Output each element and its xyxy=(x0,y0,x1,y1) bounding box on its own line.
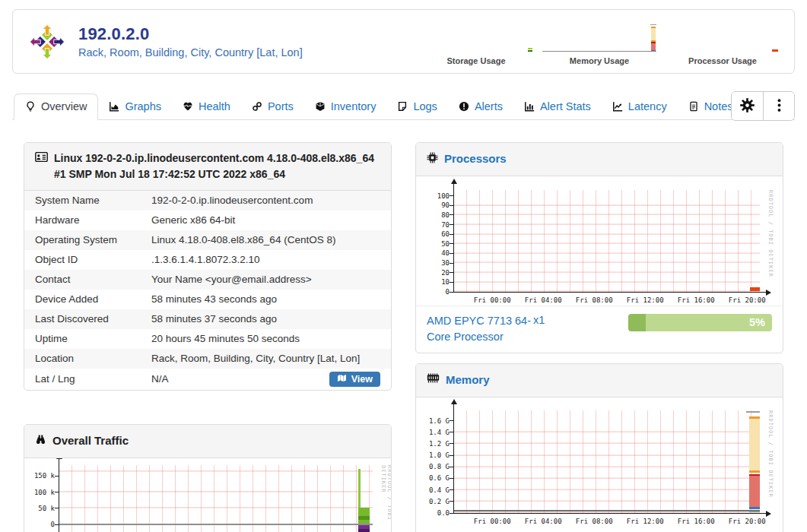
memory-panel: Memory 0.00.2 G0.4 G0.6 G0.8 G1.0 G1.2 G… xyxy=(415,363,783,532)
y-tick-mark xyxy=(450,253,453,254)
y-tick-label: 60 xyxy=(419,230,450,238)
y-tick-mark xyxy=(450,195,453,196)
table-row: HardwareGeneric x86 64-bit xyxy=(24,211,391,230)
tab-label: Latency xyxy=(628,100,667,112)
y-tick-label: 0.8 G xyxy=(419,463,450,470)
x-tick-label: Fri 04:00 xyxy=(517,518,569,525)
row-value: .1.3.6.1.4.1.8072.3.2.10 xyxy=(151,253,380,267)
y-tick-label: 90 xyxy=(419,201,450,209)
processor-count: x1 xyxy=(533,313,628,326)
tab-logs[interactable]: Logs xyxy=(386,94,447,119)
rrdtool-watermark: RRDTOOL / TOBI OETIKER xyxy=(767,410,774,513)
y-tick-label: 150 k xyxy=(24,472,55,480)
device-title: 192.0.2.0 xyxy=(78,24,303,44)
memory-graph[interactable]: 0.00.2 G0.4 G0.6 G0.8 G1.0 G1.2 G1.4 G1.… xyxy=(416,397,783,532)
row-value: 58 minutes 37 seconds ago xyxy=(151,312,380,326)
processors-panel-title[interactable]: Processors xyxy=(444,150,507,168)
y-tick-label: 100 k xyxy=(24,489,55,496)
device-actions-group xyxy=(731,91,795,121)
overall-traffic-graph[interactable]: 050 k100 k150 kRRDTOOL / TOBI OETIKER xyxy=(24,458,391,532)
y-tick-mark xyxy=(55,524,59,525)
y-tick-mark xyxy=(450,224,453,225)
y-tick-mark xyxy=(450,455,453,456)
id-card-icon xyxy=(35,152,48,162)
y-axis xyxy=(59,459,59,532)
y-tick-label: 1.6 G xyxy=(419,417,450,425)
map-icon xyxy=(337,374,347,385)
tab-overview[interactable]: Overview xyxy=(14,93,98,120)
processor-usage-label: Processor Usage xyxy=(666,56,780,65)
processor-row: AMD EPYC 7713 64-Core Processor x1 5% xyxy=(416,306,783,353)
y-axis-arrow xyxy=(56,458,62,459)
processors-panel-header: Processors xyxy=(416,143,783,176)
row-value: Linux 4.18.0-408.el8.x86_64 (CentOS 8) xyxy=(151,233,380,247)
device-menu-button[interactable] xyxy=(763,92,794,120)
tab-graphs[interactable]: Graphs xyxy=(98,94,172,119)
y-tick-mark xyxy=(450,263,453,264)
alertstats-icon xyxy=(524,101,535,112)
graph-series-bar xyxy=(651,42,656,43)
graph-series-bar xyxy=(772,49,778,52)
graph-series-bar xyxy=(651,27,656,41)
tab-alert-stats[interactable]: Alert Stats xyxy=(513,94,602,119)
table-row: Device Added58 minutes 43 seconds ago xyxy=(24,290,391,309)
table-row: System Name192-0-2-0.ip.linodeuserconten… xyxy=(24,191,391,211)
graph-series-bar xyxy=(749,475,760,507)
tab-bar-tabs: OverviewGraphsHealthPortsInventoryLogsAl… xyxy=(14,93,744,119)
device-location-link[interactable]: Rack, Room, Building, City, Country [Lat… xyxy=(78,46,303,59)
y-axis xyxy=(453,184,454,293)
row-label: Device Added xyxy=(35,293,151,306)
plot-area xyxy=(59,465,373,532)
traffic-panel-title: Overall Traffic xyxy=(52,432,129,450)
y-tick-label: 0.6 G xyxy=(419,474,450,482)
processors-graph[interactable]: 0102030405060708090100Fri 00:00Fri 04:00… xyxy=(416,176,783,306)
cpu-usage-value: 5% xyxy=(749,314,765,331)
row-label: Object ID xyxy=(35,253,151,267)
y-tick-mark xyxy=(55,492,59,492)
table-row: Operating SystemLinux 4.18.0-408.el8.x86… xyxy=(24,230,391,250)
tab-health[interactable]: Health xyxy=(172,94,241,119)
gear-icon xyxy=(740,98,755,115)
x-tick-label: Fri 00:00 xyxy=(466,518,518,525)
x-axis xyxy=(451,292,766,293)
y-tick-label: 0.2 G xyxy=(419,498,450,505)
tab-ports[interactable]: Ports xyxy=(241,94,304,119)
tab-label: Ports xyxy=(268,100,294,112)
graph-series-bar xyxy=(358,529,370,532)
tab-label: Graphs xyxy=(125,100,161,112)
microchip-icon xyxy=(427,152,438,163)
tab-bar: OverviewGraphsHealthPortsInventoryLogsAl… xyxy=(12,90,795,120)
device-settings-button[interactable] xyxy=(732,92,763,120)
x-tick-label: Fri 16:00 xyxy=(670,296,722,304)
y-tick-label: 100 xyxy=(419,192,450,200)
view-location-button[interactable]: View xyxy=(329,372,380,387)
y-tick-label: 50 xyxy=(419,240,450,248)
y-tick-label: 0.4 G xyxy=(419,486,450,494)
table-row: Last Discovered58 minutes 37 seconds ago xyxy=(24,309,391,329)
tab-alerts[interactable]: Alerts xyxy=(448,94,513,119)
memory-chip-icon xyxy=(427,373,440,383)
y-tick-mark xyxy=(450,214,453,215)
y-tick-mark xyxy=(450,234,453,235)
y-tick-label: 1.4 G xyxy=(419,429,450,436)
tab-inventory[interactable]: Inventory xyxy=(304,94,387,119)
memory-panel-header: Memory xyxy=(416,364,783,397)
tab-label: Inventory xyxy=(331,100,376,112)
storage-usage-sparkline[interactable] xyxy=(419,16,533,55)
table-row: Lat / LngN/AView xyxy=(24,369,391,390)
y-axis xyxy=(453,404,454,514)
table-row: ContactYour Name <your@email.address> xyxy=(24,270,391,290)
header-minigraphs: Storage Usage Memory Usage Processor Usa… xyxy=(419,16,780,65)
processors-panel: Processors 0102030405060708090100Fri 00:… xyxy=(415,142,783,353)
kebab-menu-icon xyxy=(777,99,781,114)
system-overview-panel: Linux 192-0-2-0.ip.linodeusercontent.com… xyxy=(24,142,392,391)
memory-usage-sparkline[interactable] xyxy=(542,16,656,55)
system-kernel-string: Linux 192-0-2-0.ip.linodeusercontent.com… xyxy=(54,150,380,182)
storage-usage-label: Storage Usage xyxy=(419,56,533,65)
processor-link[interactable]: AMD EPYC 7713 64-Core Processor xyxy=(427,313,533,347)
tab-latency[interactable]: Latency xyxy=(602,94,678,119)
memory-panel-title[interactable]: Memory xyxy=(446,372,490,389)
row-label: System Name xyxy=(35,194,151,207)
processor-usage-sparkline[interactable] xyxy=(666,16,780,55)
processor-usage-minigraph: Processor Usage xyxy=(666,16,780,65)
